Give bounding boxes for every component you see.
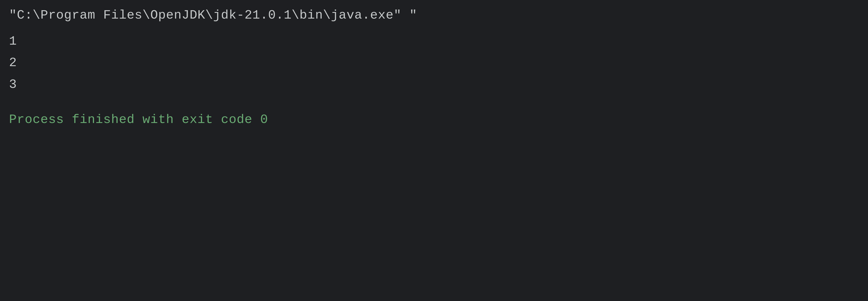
terminal-container: "C:\Program Files\OpenJDK\jdk-21.0.1\bin…: [0, 0, 868, 301]
process-exit-message: Process finished with exit code 0: [9, 109, 859, 131]
output-line-1: 1: [9, 31, 859, 52]
output-line-3: 3: [9, 74, 859, 95]
output-line-2: 2: [9, 52, 859, 74]
command-line: "C:\Program Files\OpenJDK\jdk-21.0.1\bin…: [9, 4, 859, 26]
